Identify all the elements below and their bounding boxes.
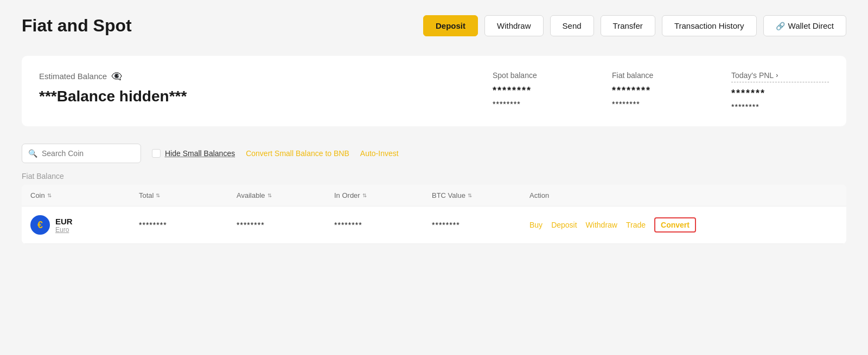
balance-section: Estimated Balance 👁‍🗨 ***Balance hidden*… (22, 56, 846, 126)
col-btc-value: BTC Value ⇅ (432, 191, 529, 199)
sort-icon-available[interactable]: ⇅ (267, 192, 272, 198)
coin-cell-eur: € EUR Euro (30, 215, 139, 235)
hide-small-label: Hide Small Balances (165, 149, 235, 158)
page-title: Fiat and Spot (22, 16, 132, 36)
fiat-balance-line1: ******** (612, 85, 710, 96)
coin-fullname[interactable]: Euro (55, 226, 73, 234)
btc-value: ******** (432, 221, 529, 229)
convert-small-balance-link[interactable]: Convert Small Balance to BNB (246, 149, 349, 158)
fiat-balance-line2: ******** (612, 100, 710, 108)
trade-link[interactable]: Trade (626, 221, 646, 229)
table-header: Coin ⇅ Total ⇅ Available ⇅ In Order ⇅ BT… (22, 185, 846, 206)
available-value: ******** (237, 221, 334, 229)
withdraw-link[interactable]: Withdraw (586, 221, 617, 229)
hide-small-checkbox[interactable] (152, 149, 161, 158)
action-cell-eur: Buy Deposit Withdraw Trade Convert (529, 217, 838, 233)
filter-section: 🔍 Hide Small Balances Convert Small Bala… (22, 135, 846, 170)
link-icon: 🔗 (776, 22, 785, 30)
col-total: Total ⇅ (139, 191, 237, 199)
sort-icon-total[interactable]: ⇅ (156, 192, 160, 198)
col-available: Available ⇅ (237, 191, 334, 199)
pnl-label[interactable]: Today's PNL › (731, 71, 829, 82)
fiat-balance-label: Fiat balance (612, 71, 710, 80)
hide-balance-icon[interactable]: 👁‍🗨 (111, 71, 122, 81)
spot-balance-line1: ******** (493, 85, 590, 96)
estimated-balance-label: Estimated Balance 👁‍🗨 (39, 71, 471, 81)
deposit-button[interactable]: Deposit (423, 15, 478, 36)
search-input[interactable] (22, 144, 141, 163)
fiat-balance-section-label: Fiat Balance (22, 172, 846, 180)
coin-info: EUR Euro (55, 217, 73, 234)
wallet-direct-button[interactable]: 🔗 Wallet Direct (763, 15, 846, 36)
pnl-line1: ******* (731, 88, 829, 99)
transaction-history-button[interactable]: Transaction History (662, 15, 757, 36)
spot-balance-label: Spot balance (493, 71, 590, 80)
sort-icon-in-order[interactable]: ⇅ (362, 192, 367, 198)
estimated-balance-area: Estimated Balance 👁‍🗨 ***Balance hidden*… (39, 71, 471, 105)
search-icon: 🔍 (28, 149, 37, 158)
col-action: Action (529, 191, 838, 199)
col-coin: Coin ⇅ (30, 191, 139, 199)
in-order-value: ******** (334, 221, 432, 229)
sort-icon-coin[interactable]: ⇅ (47, 192, 52, 198)
table-row: € EUR Euro ******** ******** ******** **… (22, 206, 846, 244)
spot-balance-line2: ******** (493, 100, 590, 108)
auto-invest-link[interactable]: Auto-Invest (360, 149, 399, 158)
avatar: € (30, 215, 50, 235)
spot-balance-col: Spot balance ******** ******** (471, 71, 590, 108)
deposit-link[interactable]: Deposit (551, 221, 577, 229)
fiat-balance-col: Fiat balance ******** ******** (590, 71, 710, 108)
header: Fiat and Spot Deposit Withdraw Send Tran… (22, 0, 846, 47)
withdraw-button[interactable]: Withdraw (484, 15, 544, 36)
sort-icon-btc-value[interactable]: ⇅ (468, 192, 472, 198)
coin-symbol: EUR (55, 217, 73, 226)
buy-link[interactable]: Buy (529, 221, 542, 229)
search-wrap: 🔍 (22, 144, 141, 163)
col-in-order: In Order ⇅ (334, 191, 432, 199)
send-button[interactable]: Send (550, 15, 594, 36)
hide-small-balances-wrap[interactable]: Hide Small Balances (152, 149, 235, 158)
convert-button[interactable]: Convert (654, 217, 696, 233)
coin-table: Coin ⇅ Total ⇅ Available ⇅ In Order ⇅ BT… (22, 185, 846, 244)
pnl-line2: ******** (731, 102, 829, 111)
total-value: ******** (139, 221, 237, 229)
pnl-col: Today's PNL › ******* ******** (710, 71, 829, 111)
balance-hidden-text: ***Balance hidden*** (39, 88, 471, 105)
transfer-button[interactable]: Transfer (601, 15, 655, 36)
chevron-right-icon: › (776, 72, 778, 79)
